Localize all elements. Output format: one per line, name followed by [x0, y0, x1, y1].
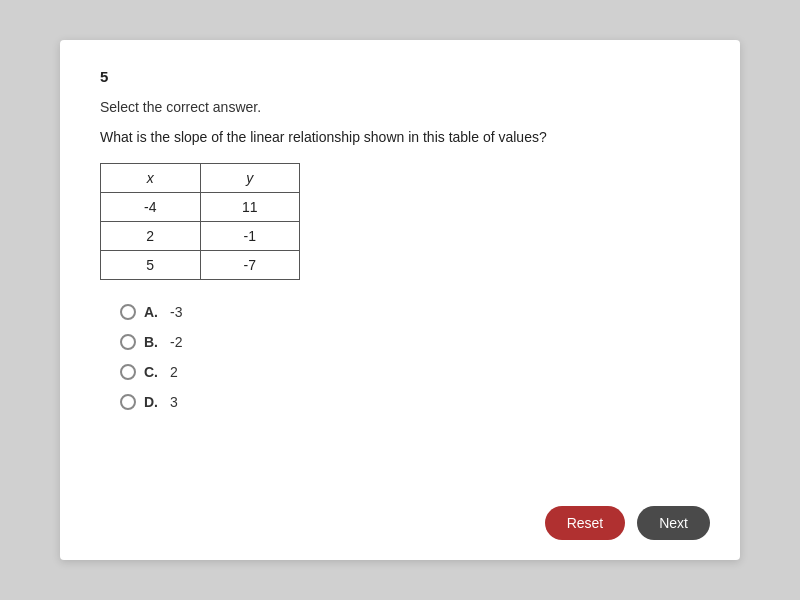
instruction-text: Select the correct answer.: [100, 99, 700, 115]
option-radio-2[interactable]: [120, 364, 136, 380]
option-row-3[interactable]: D.3: [120, 394, 700, 410]
table-row: 2-1: [101, 222, 300, 251]
option-value-0: -3: [170, 304, 182, 320]
table-cell-2-0: 5: [101, 251, 201, 280]
option-row-2[interactable]: C.2: [120, 364, 700, 380]
question-number: 5: [100, 68, 700, 85]
table-cell-1-0: 2: [101, 222, 201, 251]
table-cell-0-0: -4: [101, 193, 201, 222]
option-radio-1[interactable]: [120, 334, 136, 350]
option-radio-3[interactable]: [120, 394, 136, 410]
table-cell-2-1: -7: [200, 251, 300, 280]
table-row: -411: [101, 193, 300, 222]
footer-buttons: Reset Next: [545, 506, 710, 540]
table-row: 5-7: [101, 251, 300, 280]
col-header-y: y: [200, 164, 300, 193]
option-value-2: 2: [170, 364, 178, 380]
answer-options: A.-3B.-2C.2D.3: [120, 304, 700, 410]
option-label-2: C.: [144, 364, 158, 380]
option-value-1: -2: [170, 334, 182, 350]
option-value-3: 3: [170, 394, 178, 410]
col-header-x: x: [101, 164, 201, 193]
question-text: What is the slope of the linear relation…: [100, 129, 700, 145]
table-cell-1-1: -1: [200, 222, 300, 251]
option-label-3: D.: [144, 394, 158, 410]
option-row-1[interactable]: B.-2: [120, 334, 700, 350]
question-card: 5 Select the correct answer. What is the…: [60, 40, 740, 560]
option-label-0: A.: [144, 304, 158, 320]
next-button[interactable]: Next: [637, 506, 710, 540]
values-table-wrapper: x y -4112-15-7: [100, 163, 700, 280]
reset-button[interactable]: Reset: [545, 506, 626, 540]
option-radio-0[interactable]: [120, 304, 136, 320]
values-table: x y -4112-15-7: [100, 163, 300, 280]
option-label-1: B.: [144, 334, 158, 350]
table-cell-0-1: 11: [200, 193, 300, 222]
option-row-0[interactable]: A.-3: [120, 304, 700, 320]
